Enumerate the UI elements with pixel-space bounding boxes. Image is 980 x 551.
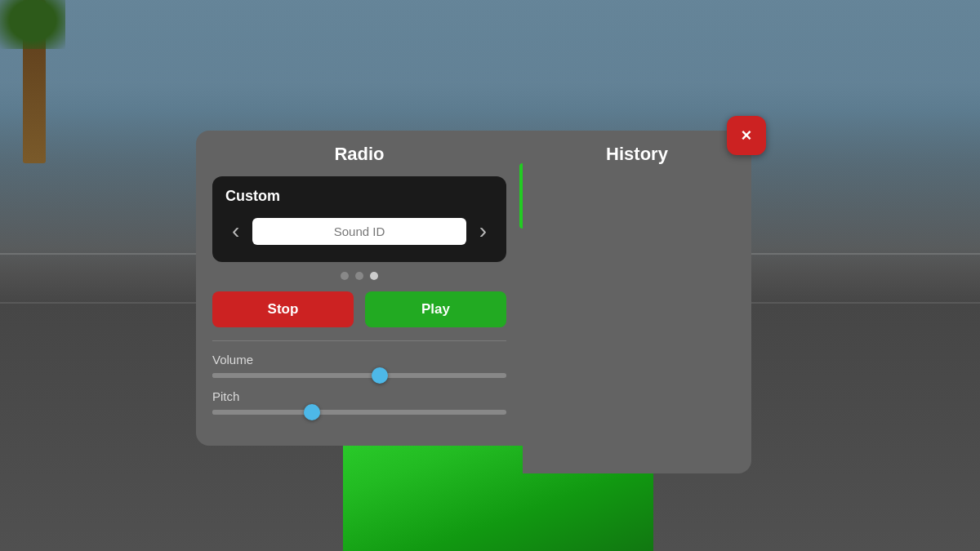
prev-button[interactable]: ‹	[225, 215, 246, 247]
history-panel: History ×	[523, 131, 751, 473]
volume-slider-track[interactable]	[212, 373, 506, 378]
volume-section: Volume	[212, 353, 506, 378]
radio-panel: Radio Custom ‹ › Stop Play Volume	[196, 131, 523, 446]
pitch-section: Pitch	[212, 389, 506, 415]
dot-1	[341, 272, 349, 280]
radio-title: Radio	[212, 144, 506, 165]
play-button[interactable]: Play	[365, 291, 506, 327]
dot-3-active	[370, 272, 378, 280]
next-button[interactable]: ›	[473, 215, 493, 247]
close-button[interactable]: ×	[727, 116, 766, 155]
action-row: Stop Play	[212, 291, 506, 327]
pitch-slider-fill	[212, 410, 312, 415]
modal-container: Radio Custom ‹ › Stop Play Volume	[196, 131, 751, 473]
pitch-slider-thumb[interactable]	[304, 404, 320, 420]
volume-slider-fill	[212, 373, 380, 378]
close-icon: ×	[742, 127, 752, 144]
tree-foliage-left	[0, 0, 65, 49]
nav-row: ‹ ›	[225, 215, 493, 247]
dots-indicator	[212, 272, 506, 280]
volume-slider-thumb[interactable]	[372, 367, 388, 384]
sound-id-input[interactable]	[252, 218, 466, 245]
custom-label: Custom	[225, 188, 493, 205]
pitch-slider-track[interactable]	[212, 410, 506, 415]
volume-label: Volume	[212, 353, 506, 367]
pitch-label: Pitch	[212, 389, 506, 403]
history-title: History	[539, 144, 735, 165]
divider	[212, 340, 506, 341]
dot-2	[355, 272, 363, 280]
custom-card: Custom ‹ ›	[212, 176, 506, 262]
stop-button[interactable]: Stop	[212, 291, 354, 327]
